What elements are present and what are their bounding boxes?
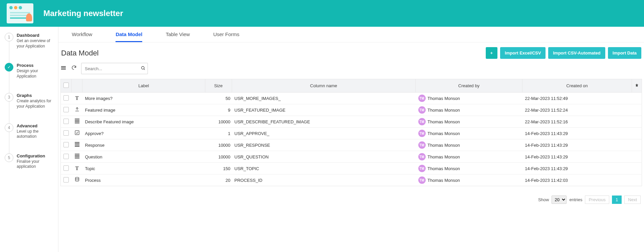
row-checkbox[interactable] [63, 154, 69, 159]
table-row[interactable]: Approve?1USR_APPROVE_TMThomas Monson14-F… [61, 128, 642, 139]
cell-createdon: 14-Feb-2023 11:43:29 [522, 139, 632, 151]
row-checkbox[interactable] [63, 119, 69, 124]
next-page-button[interactable]: Next [624, 196, 641, 204]
prev-page-button[interactable]: Previous [585, 196, 609, 204]
column-header-select[interactable] [61, 79, 72, 93]
tab-user-forms[interactable]: User Forms [213, 31, 239, 42]
table-row[interactable]: Response10000USR_RESPONSETMThomas Monson… [61, 139, 642, 151]
cell-createdby: TMThomas Monson [416, 116, 522, 128]
step-connector [9, 41, 9, 63]
cell-createdon: 22-Mar-2023 11:52:24 [522, 104, 632, 116]
column-header-type [72, 79, 82, 93]
row-checkbox[interactable] [63, 107, 69, 112]
table-row[interactable]: Featured image9USR_FEATURED_IMAGETMThoma… [61, 104, 642, 116]
table-row[interactable]: TTopic150USR_TOPICTMThomas Monson14-Feb-… [61, 163, 642, 174]
cell-createdby: TMThomas Monson [416, 151, 522, 163]
pagination: Show 20 entries Previous 1 Next [60, 186, 642, 207]
sidebar-step-process[interactable]: ✓ProcessDesign your Application [5, 63, 55, 79]
step-connector [9, 132, 9, 153]
svg-point-0 [142, 66, 144, 69]
avatar: TM [418, 141, 426, 149]
app-title: Marketing newsletter [43, 9, 123, 18]
step-desc: Level up the automation [17, 129, 55, 139]
avatar: TM [418, 130, 426, 137]
toolbar [60, 63, 642, 79]
cell-column: USR_MORE_IMAGES_ [232, 93, 416, 104]
table-row[interactable]: TMore images?50USR_MORE_IMAGES_TMThomas … [61, 93, 642, 104]
type-icon: T [72, 93, 82, 104]
cell-pin [632, 116, 642, 128]
step-connector [9, 72, 9, 93]
type-icon [72, 174, 82, 186]
cell-label: Approve? [82, 128, 205, 139]
column-header-pin[interactable] [632, 79, 642, 93]
row-checkbox[interactable] [63, 130, 69, 136]
cell-createdby: TMThomas Monson [416, 174, 522, 186]
cell-label: Featured image [82, 104, 205, 116]
row-checkbox[interactable] [63, 165, 69, 171]
cell-createdon: 14-Feb-2023 11:43:29 [522, 128, 632, 139]
tab-table-view[interactable]: Table View [166, 31, 190, 42]
table-row[interactable]: Process20PROCESS_IDTMThomas Monson14-Feb… [61, 174, 642, 186]
tab-workflow[interactable]: Workflow [72, 31, 92, 42]
cell-createdon: 14-Feb-2023 11:42:03 [522, 174, 632, 186]
cell-column: PROCESS_ID [232, 174, 416, 186]
row-checkbox[interactable] [63, 177, 69, 182]
type-icon: T [72, 163, 82, 174]
tab-data-model[interactable]: Data Model [116, 31, 142, 42]
column-header-label[interactable]: Label [82, 79, 205, 93]
step-title: Dashboard [17, 33, 55, 38]
import-excel-button[interactable]: Import Excel/CSV [500, 47, 546, 59]
import-csv-auto-button[interactable]: Import CSV-Automated [548, 47, 605, 59]
select-all-checkbox[interactable] [63, 83, 69, 88]
sidebar-step-advanced[interactable]: 4AdvancedLevel up the automation [5, 123, 55, 139]
step-number-icon: 3 [5, 93, 13, 102]
column-header-size[interactable]: Size [205, 79, 232, 93]
cell-label: More images? [82, 93, 205, 104]
step-title: Graphs [17, 93, 55, 98]
action-buttons: + Import Excel/CSV Import CSV-Automated … [486, 47, 642, 59]
cell-createdon: 22-Mar-2023 11:52:16 [522, 116, 632, 128]
avatar: TM [418, 118, 426, 125]
search-box[interactable] [81, 63, 148, 74]
type-icon [72, 128, 82, 139]
cell-label: Process [82, 174, 205, 186]
svg-point-3 [75, 177, 79, 178]
cell-pin [632, 93, 642, 104]
app-logo [7, 3, 33, 23]
page-1-button[interactable]: 1 [612, 196, 622, 204]
table-row[interactable]: Describe Featured image10000USR_DESCRIBE… [61, 116, 642, 128]
cell-column: USR_APPROVE_ [232, 128, 416, 139]
page-size-select[interactable]: 20 [552, 196, 567, 204]
sidebar-step-graphs[interactable]: 3GraphsCreate analytics for your Applica… [5, 93, 55, 109]
step-desc: Create analytics for your Application [17, 99, 55, 109]
search-input[interactable] [85, 66, 141, 71]
cell-size: 1 [205, 128, 232, 139]
cell-size: 10000 [205, 139, 232, 151]
row-checkbox[interactable] [63, 95, 69, 101]
cell-createdby: TMThomas Monson [416, 163, 522, 174]
refresh-icon[interactable] [71, 65, 77, 72]
cell-column: USR_TOPIC [232, 163, 416, 174]
cell-size: 10000 [205, 116, 232, 128]
row-checkbox[interactable] [63, 142, 69, 147]
pagination-show-label: Show [538, 197, 549, 202]
step-number-icon: ✓ [5, 63, 13, 72]
type-icon [72, 116, 82, 128]
cell-column: USR_QUESTION [232, 151, 416, 163]
column-header-column[interactable]: Column name [232, 79, 416, 93]
cell-pin [632, 104, 642, 116]
add-button[interactable]: + [486, 47, 498, 59]
cell-size: 150 [205, 163, 232, 174]
app-header: Marketing newsletter [0, 0, 644, 27]
column-header-createdby[interactable]: Created by [416, 79, 522, 93]
step-desc: Get an overview of your Application [17, 38, 55, 49]
search-icon[interactable] [141, 66, 146, 72]
sidebar-step-dashboard[interactable]: 1DashboardGet an overview of your Applic… [5, 33, 55, 49]
table-row[interactable]: Question10000USR_QUESTIONTMThomas Monson… [61, 151, 642, 163]
menu-icon[interactable] [61, 65, 67, 72]
sidebar-step-configuration[interactable]: 5ConfigurationFinalise your application [5, 153, 55, 169]
import-data-button[interactable]: Import Data [608, 47, 641, 59]
column-header-createdon[interactable]: Created on [522, 79, 632, 93]
cell-size: 10000 [205, 151, 232, 163]
